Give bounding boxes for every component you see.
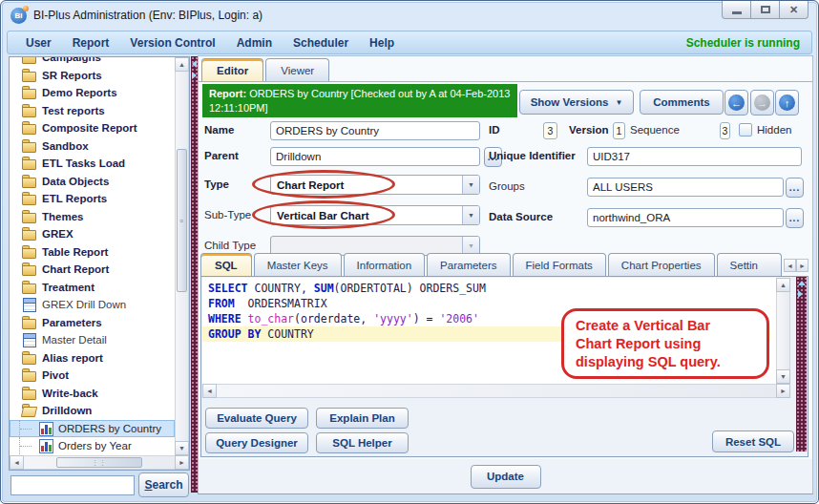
- type-dropdown[interactable]: Chart Report ▼: [270, 175, 480, 195]
- menu-item-user[interactable]: User: [15, 36, 62, 50]
- sql-vertical-scrollbar[interactable]: ▲ ▼: [776, 278, 790, 384]
- folder-icon: [22, 210, 37, 223]
- sql-horizontal-scrollbar[interactable]: ◄ ►: [202, 384, 790, 398]
- tree-item-label: Pivot: [42, 369, 69, 381]
- menu-item-admin[interactable]: Admin: [226, 36, 283, 50]
- tree-item-label: ETL Reports: [42, 193, 107, 204]
- menu-item-report[interactable]: Report: [62, 36, 120, 50]
- menu-item-help[interactable]: Help: [359, 36, 405, 50]
- tab-settin[interactable]: Settin: [717, 253, 782, 277]
- dropdown-arrow-icon[interactable]: ▼: [462, 176, 479, 194]
- id-value-box[interactable]: 3: [543, 122, 557, 139]
- navigate-up-button[interactable]: ↑: [775, 90, 799, 116]
- query-designer-button[interactable]: Query Designer: [205, 432, 308, 453]
- vertical-scrollbar-thumb[interactable]: ≡: [177, 149, 187, 292]
- tree-item-etl-tasks-load[interactable]: ETL Tasks Load: [10, 155, 175, 173]
- comments-button[interactable]: Comments: [640, 90, 724, 115]
- search-button[interactable]: Search: [138, 472, 189, 497]
- sequence-value-box[interactable]: 3: [720, 122, 730, 139]
- tree-item-orders-by-country[interactable]: ORDERS by Country: [10, 420, 175, 438]
- show-versions-button[interactable]: Show Versions ▼: [519, 90, 634, 115]
- scroll-left-button[interactable]: ◄: [10, 455, 24, 470]
- scroll-down-button[interactable]: ▼: [175, 441, 189, 455]
- banner-text: ORDERS by Country [Checked out by A at 0…: [209, 88, 510, 114]
- tree-item-pivot[interactable]: Pivot: [10, 367, 175, 385]
- name-input[interactable]: [270, 121, 480, 140]
- tab-scroll-right-button[interactable]: ►: [796, 259, 808, 272]
- tree-item-label: Treatment: [42, 282, 94, 293]
- tree-vertical-scrollbar[interactable]: ▲ ≡ ▼: [175, 57, 189, 455]
- tab-field-formats[interactable]: Field Formats: [513, 253, 606, 277]
- tree-horizontal-scrollbar[interactable]: ◄ ⋮⋮ ►: [10, 455, 189, 470]
- tree-item-write-back[interactable]: Write-back: [10, 385, 175, 403]
- version-value-box[interactable]: 1: [613, 122, 625, 139]
- search-input[interactable]: [10, 475, 135, 495]
- scroll-left-button[interactable]: ◄: [202, 384, 217, 398]
- navigate-forward-button[interactable]: →: [750, 90, 774, 116]
- tree-item-themes[interactable]: Themes: [10, 208, 175, 226]
- tree-item-label: Test reports: [42, 105, 105, 116]
- navigate-back-button[interactable]: ←: [724, 90, 748, 116]
- tree-item-label: Themes: [42, 211, 83, 222]
- horizontal-scrollbar-thumb[interactable]: ⋮⋮: [56, 457, 142, 468]
- tree-item-etl-reports[interactable]: ETL Reports: [10, 190, 175, 208]
- tab-sql[interactable]: SQL: [200, 253, 252, 277]
- tree-item-sr-reports[interactable]: SR Reports: [10, 67, 175, 85]
- explain-plan-button[interactable]: Explain Plan: [316, 408, 409, 429]
- tree-item-orders-by-year[interactable]: Orders by Year: [10, 437, 175, 455]
- tree-item-data-objects[interactable]: Data Objects: [10, 173, 175, 191]
- scroll-right-button[interactable]: ►: [776, 384, 790, 398]
- menu-item-scheduler[interactable]: Scheduler: [283, 36, 359, 50]
- sidebar-splitter[interactable]: [191, 56, 198, 493]
- data-source-browse-button[interactable]: ...: [786, 208, 804, 228]
- tree-item-master-detail[interactable]: Master Detail: [10, 331, 175, 349]
- tab-viewer[interactable]: Viewer: [265, 58, 329, 81]
- tree-item-drilldown[interactable]: Drilldown: [10, 402, 175, 420]
- tree-item-grex-drill-down[interactable]: GREX Drill Down: [10, 296, 175, 314]
- tree-item-alias-report[interactable]: Alias report: [10, 349, 175, 368]
- tree-item-table-report[interactable]: Table Report: [10, 243, 175, 262]
- tab-editor[interactable]: Editor: [201, 58, 263, 81]
- tab-chart-properties[interactable]: Chart Properties: [608, 253, 715, 277]
- reset-sql-button[interactable]: Reset SQL: [712, 430, 794, 452]
- title-bar: BI BI-Plus Administration (Env: BIPlus, …: [1, 1, 818, 30]
- tab-parameters[interactable]: Parameters: [427, 253, 510, 277]
- tab-information[interactable]: Information: [344, 253, 426, 277]
- tree-item-parameters[interactable]: Parameters: [10, 314, 175, 332]
- scroll-up-button[interactable]: ▲: [175, 57, 189, 72]
- close-button[interactable]: ✕: [779, 1, 808, 19]
- dropdown-arrow-icon[interactable]: ▼: [462, 206, 479, 224]
- scroll-down-button[interactable]: ▼: [776, 369, 790, 384]
- tree-item-chart-report[interactable]: Chart Report: [10, 261, 175, 279]
- scroll-right-button[interactable]: ►: [175, 455, 189, 470]
- tree-item-composite-report[interactable]: Composite Report: [10, 119, 175, 137]
- tree-item-label: Sandbox: [42, 140, 89, 152]
- update-button[interactable]: Update: [471, 465, 541, 489]
- groups-input[interactable]: [587, 178, 784, 197]
- folder-icon: [22, 175, 37, 188]
- unique-identifier-input[interactable]: [587, 147, 802, 166]
- tree-item-campaigns[interactable]: Campaigns: [10, 57, 175, 67]
- parent-input[interactable]: [270, 147, 480, 166]
- tab-scroll-left-button[interactable]: ◄: [784, 259, 796, 272]
- maximize-button[interactable]: [750, 1, 780, 19]
- sql-panel-splitter[interactable]: [796, 277, 807, 452]
- tree-item-grex[interactable]: GREX: [10, 225, 175, 243]
- sql-editor[interactable]: SELECT COUNTRY, SUM(ORDERTOTAL) ORDERS_S…: [202, 278, 776, 384]
- scroll-up-button[interactable]: ▲: [776, 278, 790, 292]
- tree-item-treatment[interactable]: Treatment: [10, 279, 175, 297]
- tab-master-keys[interactable]: Master Keys: [254, 253, 342, 277]
- groups-browse-button[interactable]: ...: [786, 178, 804, 198]
- parent-label: Parent: [204, 150, 239, 161]
- evaluate-query-button[interactable]: Evaluate Query: [205, 408, 308, 429]
- menu-item-version-control[interactable]: Version Control: [119, 36, 225, 50]
- tree-item-test-reports[interactable]: Test reports: [10, 102, 175, 120]
- sub-type-dropdown[interactable]: Vertical Bar Chart ▼: [270, 205, 480, 225]
- data-source-input[interactable]: [587, 208, 784, 227]
- tree-item-demo-reports[interactable]: Demo Reports: [10, 84, 175, 102]
- tree-item-sandbox[interactable]: Sandbox: [10, 137, 175, 156]
- sql-helper-button[interactable]: SQL Helper: [316, 432, 409, 453]
- hidden-checkbox[interactable]: [739, 123, 752, 136]
- minimize-button[interactable]: [722, 1, 751, 19]
- tree-connector: [19, 437, 33, 454]
